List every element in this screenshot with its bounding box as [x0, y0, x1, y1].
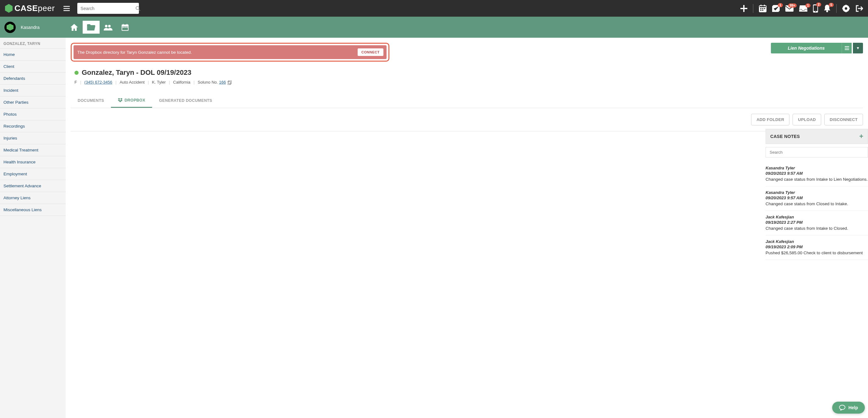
svg-rect-9 — [764, 8, 765, 9]
case-notes-header: CASE NOTES + — [766, 129, 868, 144]
tasks-icon[interactable]: 1 — [772, 5, 780, 12]
document-tabs: DOCUMENTS DROPBOX GENERATED DOCUMENTS — [71, 94, 863, 108]
tab-generated[interactable]: GENERATED DOCUMENTS — [152, 94, 219, 108]
sidebar-item-injuries[interactable]: Injuries — [0, 132, 66, 144]
note-author: Jack Kafesjian — [766, 215, 868, 219]
separator — [836, 4, 837, 13]
alert-row: The Dropbox directory for Taryn Gonzalez… — [71, 43, 868, 62]
connect-button[interactable]: CONNECT — [358, 49, 383, 56]
svg-rect-33 — [845, 48, 849, 49]
bell-icon[interactable]: 5 — [824, 5, 831, 12]
search-input[interactable] — [81, 6, 135, 11]
topbar-right: 1 99+ 1 2 5 — [740, 4, 863, 13]
sidebar-item-defendants[interactable]: Defendants — [0, 72, 66, 85]
case-notes-title: CASE NOTES — [770, 134, 800, 139]
svg-point-16 — [826, 10, 828, 12]
note-text: Changed case status from Closed to Intak… — [766, 202, 868, 206]
sidebar-item-photos[interactable]: Photos — [0, 109, 66, 120]
add-folder-button[interactable]: ADD FOLDER — [751, 114, 789, 125]
status-caret[interactable]: ▼ — [853, 43, 863, 53]
status-dot — [74, 71, 79, 75]
svg-rect-35 — [227, 81, 230, 85]
topbar: CASEpeer 1 99+ 1 2 — [0, 0, 868, 17]
inbox-badge: 1 — [805, 3, 810, 7]
case-notes-search[interactable] — [766, 147, 868, 157]
case-phone[interactable]: (345) 672-3456 — [84, 80, 112, 85]
brand-case: CASE — [14, 3, 38, 13]
calendar-icon[interactable] — [759, 5, 767, 12]
note-date: 09/20/2023 9:57 AM — [766, 171, 868, 176]
status-pill[interactable]: Lien Negotiations — [771, 43, 842, 53]
dropbox-icon — [118, 98, 123, 102]
copy-icon[interactable] — [227, 81, 231, 85]
tab-people[interactable] — [100, 21, 117, 34]
mobile-badge: 2 — [816, 2, 821, 7]
logo[interactable]: CASEpeer — [5, 3, 55, 13]
sidebar-category: GONZALEZ, TARYN — [0, 38, 66, 49]
avatar — [4, 22, 16, 33]
user-block[interactable]: Kasandra — [0, 17, 66, 38]
svg-rect-19 — [846, 5, 847, 6]
sidebar-item-medical-treatment[interactable]: Medical Treatment — [0, 144, 66, 156]
settings-icon[interactable] — [842, 5, 850, 12]
case-state: California — [173, 80, 190, 85]
mail-icon[interactable]: 99+ — [785, 5, 794, 11]
svg-rect-11 — [762, 10, 763, 11]
case-note-item[interactable]: Jack Kafesjian 09/19/2023 2:27 PM Change… — [766, 211, 868, 235]
note-text: Changed case status from Intake to Lien … — [766, 177, 868, 182]
add-note-icon[interactable]: + — [859, 132, 863, 141]
search-icon[interactable] — [135, 6, 141, 11]
note-date: 09/19/2023 2:27 PM — [766, 220, 868, 225]
case-notes-list: Kasandra Tyler 09/20/2023 9:57 AM Change… — [766, 162, 868, 260]
svg-point-0 — [136, 6, 139, 9]
sidebar-item-attorney-liens[interactable]: Attorney Liens — [0, 192, 66, 204]
logout-icon[interactable] — [856, 5, 863, 12]
nav-tabs — [66, 17, 133, 38]
status-label: Lien Negotiations — [788, 46, 825, 51]
alert-text: The Dropbox directory for Taryn Gonzalez… — [77, 50, 192, 55]
svg-rect-27 — [127, 24, 127, 25]
tab-calendar[interactable] — [117, 21, 133, 34]
sidebar-item-employment[interactable]: Employment — [0, 168, 66, 180]
case-note-item[interactable]: Jack Kafesjian 09/19/2023 2:09 PM Pushed… — [766, 235, 868, 260]
svg-rect-6 — [764, 5, 765, 6]
note-text: Pushed $26,585.00 Check to client to dis… — [766, 250, 868, 255]
sidebar-item-other-parties[interactable]: Other Parties — [0, 96, 66, 109]
mobile-icon[interactable]: 2 — [813, 4, 818, 12]
note-date: 09/19/2023 2:09 PM — [766, 244, 868, 249]
svg-point-18 — [845, 7, 847, 10]
case-note-item[interactable]: Kasandra Tyler 09/20/2023 9:57 AM Change… — [766, 186, 868, 211]
help-button[interactable]: Help — [832, 402, 865, 414]
sidebar: GONZALEZ, TARYN Home Client Defendants I… — [0, 38, 66, 418]
tab-dropbox[interactable]: DROPBOX — [111, 94, 152, 108]
sidebar-item-client[interactable]: Client — [0, 61, 66, 72]
soluno-label: Soluno No. — [198, 80, 218, 85]
sidebar-item-home[interactable]: Home — [0, 49, 66, 61]
svg-rect-21 — [842, 8, 843, 9]
sidebar-item-incident[interactable]: Incident — [0, 85, 66, 96]
case-attorney: K. Tyler — [152, 80, 166, 85]
inbox-icon[interactable]: 1 — [799, 5, 807, 11]
svg-rect-20 — [846, 11, 847, 12]
mail-badge: 99+ — [788, 3, 797, 7]
sidebar-item-health-insurance[interactable]: Health Insurance — [0, 156, 66, 168]
global-search[interactable] — [77, 3, 139, 14]
case-note-item[interactable]: Kasandra Tyler 09/20/2023 9:57 AM Change… — [766, 162, 868, 186]
tab-home[interactable] — [66, 21, 83, 34]
sidebar-item-settlement-advance[interactable]: Settlement Advance — [0, 180, 66, 192]
logo-icon — [5, 4, 12, 13]
sidebar-item-misc-liens[interactable]: Miscellaneous Liens — [0, 204, 66, 216]
tab-folder[interactable] — [83, 21, 100, 34]
soluno-number[interactable]: 166 — [219, 80, 226, 85]
upload-button[interactable]: UPLOAD — [793, 114, 821, 125]
add-icon[interactable] — [740, 5, 747, 12]
brand-peer: peer — [38, 3, 55, 13]
disconnect-button[interactable]: DISCONNECT — [824, 114, 863, 125]
sidebar-item-recordings[interactable]: Recordings — [0, 120, 66, 132]
tab-documents[interactable]: DOCUMENTS — [71, 94, 111, 108]
secondary-nav: Kasandra — [0, 17, 868, 38]
svg-rect-22 — [849, 8, 850, 9]
menu-toggle[interactable] — [63, 6, 70, 11]
action-row: ADD FOLDER UPLOAD DISCONNECT — [71, 108, 868, 131]
status-menu-icon[interactable] — [842, 43, 852, 53]
